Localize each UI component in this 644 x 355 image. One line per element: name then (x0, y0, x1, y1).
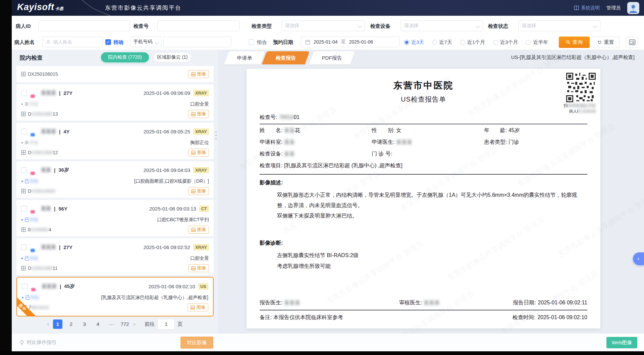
date-to[interactable]: 2025-01-06 (349, 39, 373, 45)
date-range-picker[interactable]: 2025-01-04 至 2025-01-06 (301, 37, 399, 47)
page-3[interactable]: 3 (80, 319, 89, 329)
reset-button[interactable]: 重置 (592, 37, 620, 48)
panel-resize-handle[interactable] (215, 131, 217, 139)
phone-field[interactable] (167, 39, 228, 45)
list-item[interactable]: 某某某 | 4Y 2025-01-06 09:05:25 XRAY •未审核 胸… (16, 123, 214, 159)
list-item-selected[interactable]: 某某某 | 45岁 2025-01-06 09:02:10 US •已审核 [乳… (16, 277, 214, 316)
imaging-diagnosis: 左侧乳腺囊实性结节 BI-RADS:2级 考虑乳腺增生所致可能 (277, 250, 587, 272)
logo-text: Kayisoft (17, 2, 54, 12)
exam-no-input[interactable] (157, 20, 240, 31)
modality-badge: XRAY (193, 90, 209, 96)
system-help-link[interactable]: 系统说明 (574, 5, 600, 11)
image-button-label: 图像 (197, 150, 206, 156)
tab-exam-report[interactable]: 检查报告 (262, 51, 310, 64)
date-from[interactable]: 2025-01-04 (314, 39, 338, 45)
patient-age: 27Y (63, 90, 72, 96)
exam-no-field[interactable] (161, 23, 236, 29)
item-checkbox[interactable] (21, 90, 27, 96)
page-1[interactable]: 1 (53, 319, 62, 329)
page-ellipsis[interactable]: ··· (107, 319, 116, 329)
item-checkbox[interactable] (22, 284, 28, 289)
web-image-button[interactable]: Web图像 (606, 337, 637, 348)
page-4[interactable]: 4 (93, 319, 103, 329)
patient-info-row: 姓 名: 某某花 性 别: 女 年 龄: 45岁 (260, 124, 587, 136)
chevron-left-icon: ‹ (638, 256, 639, 262)
exact-checkbox[interactable]: ✓ (105, 39, 111, 45)
avatar[interactable] (627, 2, 639, 14)
image-button-label: 图像 (197, 111, 206, 117)
card-view-icon (629, 39, 636, 46)
patient-id-field[interactable] (42, 23, 126, 29)
patient-name-label: 病人姓名 (14, 37, 35, 48)
bulb-icon (19, 340, 24, 345)
exam-description: [口腔曲面断层,口腔X线摄影（DR）] (134, 178, 209, 184)
phone-type-select[interactable]: 手机号码 (130, 37, 161, 47)
item-checkbox[interactable] (21, 206, 27, 212)
range-3months[interactable]: 近3个月 (493, 39, 518, 46)
item-checkbox[interactable] (21, 129, 27, 134)
combo-checkbox[interactable] (249, 39, 254, 45)
list-item[interactable]: 某某某 | 27Y 2025-01-06 09:06:09 XRAY •未审核 … (16, 84, 214, 121)
item-checkbox[interactable] (21, 167, 27, 173)
list-item-partial[interactable]: DX250106015 图像 (16, 66, 214, 82)
reset-label: 重置 (604, 39, 614, 46)
image-button[interactable]: 图像 (187, 303, 208, 311)
modality-badge: US (198, 283, 208, 290)
status-select[interactable]: 请选择 (518, 20, 600, 31)
goto-label: 前往 (145, 321, 155, 328)
modality-badge: XRAY (193, 128, 209, 135)
username[interactable]: 管理员 (606, 5, 621, 11)
regional-cloud-tab[interactable]: 区域影像云 (1) (154, 52, 191, 62)
patient-name: 某某某 (41, 90, 56, 96)
goto-page-input[interactable] (157, 319, 175, 330)
list-item[interactable]: 某某 | 36岁 2025-01-06 09:04:03 XRAY •已审核 [… (16, 161, 214, 198)
page-2[interactable]: 2 (66, 319, 76, 329)
tab-application-form[interactable]: 申请单 (224, 51, 265, 64)
image-button[interactable]: 图像 (188, 110, 209, 118)
gender-badge (31, 133, 35, 136)
list-item[interactable]: 某某某 | 27Y 2025-01-06 09:02:52 XRAY •已审核 … (16, 238, 214, 275)
person-icon (46, 40, 51, 44)
tab-label: PDF报告 (311, 51, 353, 64)
system-help-label: 系统说明 (581, 5, 600, 11)
range-halfyear[interactable]: 近半年 (526, 39, 548, 46)
patient-name-field[interactable] (53, 39, 99, 45)
prev-page-button[interactable]: ‹ (47, 321, 49, 327)
tab-pdf-report[interactable]: PDF报告 (309, 51, 355, 64)
image-button[interactable]: 图像 (188, 226, 209, 234)
range-1month[interactable]: 近1个月 (460, 39, 485, 46)
phone-input[interactable] (163, 37, 231, 47)
hospital-exams-tab[interactable]: 院内检查 (7720) (101, 52, 149, 62)
patient-age: 56Y (58, 206, 67, 212)
exam-datetime: 2025-01-06 09:03:13 (149, 206, 196, 212)
list-item[interactable]: 某某 | 56Y 2025-01-06 09:03:13 CT •已审核 口腔C… (16, 200, 214, 236)
patient-name-input[interactable] (42, 37, 103, 47)
status-placeholder: 请选择 (522, 23, 536, 29)
manual-icon (574, 6, 579, 10)
item-checkbox[interactable] (21, 244, 27, 250)
collapse-panel-button[interactable]: ‹ (633, 252, 644, 265)
image-icon (191, 266, 196, 271)
image-button[interactable]: 图像 (188, 187, 209, 195)
page-last[interactable]: 772 (120, 319, 129, 329)
search-button[interactable]: 查询 (559, 37, 590, 48)
range-7days[interactable]: 近7天 (432, 39, 452, 46)
compare-guide-link[interactable]: 对比操作指引 (19, 334, 57, 351)
next-page-button[interactable]: › (133, 321, 135, 327)
patient-id-input[interactable] (38, 20, 130, 31)
patient-avatar (30, 203, 38, 214)
image-button[interactable]: 图像 (188, 149, 209, 157)
range-label: 近7天 (439, 39, 452, 46)
compare-images-button[interactable]: 对比影像 (180, 337, 213, 349)
exam-datetime: 2025-01-06 09:02:52 (144, 244, 190, 250)
exam-type-select[interactable]: 请选择 (281, 20, 365, 31)
device-select[interactable]: 请选择 (400, 20, 483, 31)
exam-description: 口腔全景 (190, 255, 209, 261)
card-view-button[interactable] (627, 37, 638, 48)
image-button[interactable]: 图像 (188, 264, 209, 272)
range-3days[interactable]: 近3天 (404, 39, 424, 46)
report-panel: 申请单 检查报告 PDF报告 US-[乳腺及其引流区淋巴结彩超（乳腺中心）,超声… (218, 50, 644, 334)
image-button[interactable]: 图像 (188, 70, 209, 78)
device-info-row: 检查设备: 某某 门 诊 号: (260, 148, 587, 160)
image-button-label: 图像 (197, 227, 206, 233)
